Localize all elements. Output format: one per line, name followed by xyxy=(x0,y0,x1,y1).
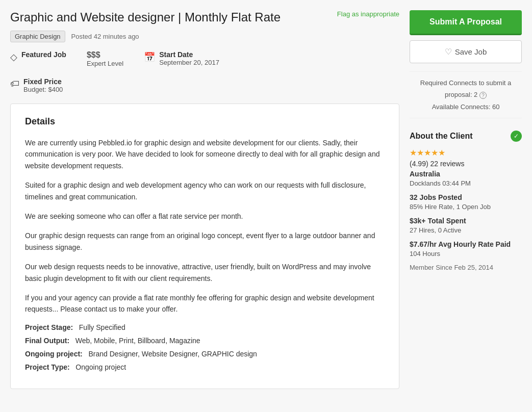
calendar-icon: 📅 xyxy=(144,52,155,63)
project-info: Project Stage: Fully Specified Final Out… xyxy=(25,323,385,371)
jobs-posted-row: 32 Jobs Posted 85% Hire Rate, 1 Open Job xyxy=(410,193,522,211)
start-date-item: 📅 Start Date September 20, 2017 xyxy=(144,50,219,66)
submit-proposal-button[interactable]: Submit A Proposal xyxy=(410,10,522,35)
budget-value: Budget: $400 xyxy=(23,86,63,93)
final-output-row: Final Output: Web, Mobile, Print, Billbo… xyxy=(25,337,385,345)
star-rating: ★★★★★ xyxy=(410,148,522,158)
fixed-price-row: 🏷 Fixed Price Budget: $400 xyxy=(10,78,399,93)
client-location-row: Australia Docklands 03:44 PM xyxy=(410,170,522,187)
project-type-label: Project Type: xyxy=(25,363,70,371)
ongoing-project-value: Brand Designer, Website Designer, GRAPHI… xyxy=(88,350,257,358)
reviews-count: 22 xyxy=(430,160,438,168)
member-since: Member Since Feb 25, 2014 xyxy=(410,264,522,271)
project-type-row: Project Type: Ongoing project xyxy=(25,363,385,371)
fixed-price-label: Fixed Price xyxy=(23,78,63,86)
flag-link[interactable]: Flag as inappropriate xyxy=(337,10,399,18)
desc-para-4: Our graphic design requests can range fr… xyxy=(25,230,385,253)
category-tag[interactable]: Graphic Design xyxy=(10,31,65,42)
desc-para-1: We are currently using Pebbled.io for gr… xyxy=(25,137,385,171)
connects-number: proposal: 2 xyxy=(445,91,477,98)
tag-icon: 🏷 xyxy=(10,79,19,89)
about-client-header: About the Client ✓ xyxy=(410,131,522,142)
about-client-section: About the Client ✓ ★★★★★ (4.99) 22 revie… xyxy=(410,126,522,271)
featured-job-label: Featured Job xyxy=(21,50,66,59)
ongoing-project-row: Ongoing project: Brand Designer, Website… xyxy=(25,350,385,358)
job-details-row: ◇ Featured Job $$$ Expert Level 📅 Start … xyxy=(10,50,399,67)
price-level-item: $$$ Expert Level xyxy=(87,50,123,67)
project-type-value: Ongoing project xyxy=(75,363,126,371)
jobs-posted-label: 32 Jobs Posted xyxy=(410,193,522,201)
connects-box: Required Connects to submit a proposal: … xyxy=(410,71,522,118)
avg-rate-label: $7.67/hr Avg Hourly Rate Paid xyxy=(410,240,522,248)
job-title: Graphic and Website designer | Monthly F… xyxy=(10,10,327,24)
details-box: Details We are currently using Pebbled.i… xyxy=(10,104,399,389)
hours: 104 Hours xyxy=(410,250,440,258)
heart-icon: ♡ xyxy=(445,47,452,57)
desc-para-3: We are seeking someone who can offer a f… xyxy=(25,211,385,222)
ongoing-project-label: Ongoing project: xyxy=(25,350,83,358)
diamond-icon: ◇ xyxy=(10,52,17,63)
start-date-label: Start Date xyxy=(159,50,219,59)
verified-icon: ✓ xyxy=(511,131,522,142)
desc-para-2: Suited for a graphic design and web deve… xyxy=(25,179,385,202)
project-stage-label: Project Stage: xyxy=(25,323,73,331)
meta-row: Graphic Design Posted 42 minutes ago xyxy=(10,31,399,42)
total-spent-label: $3k+ Total Spent xyxy=(410,217,522,225)
project-stage-row: Project Stage: Fully Specified xyxy=(25,323,385,331)
job-description: We are currently using Pebbled.io for gr… xyxy=(25,137,385,315)
project-stage-value: Fully Specified xyxy=(79,323,125,331)
sidebar: Submit A Proposal ♡ Save Job Required Co… xyxy=(410,10,522,271)
desc-para-5: Our web design requests needs to be inno… xyxy=(25,261,385,284)
desc-para-6: If you and your agency can provide a fla… xyxy=(25,292,385,315)
about-client-title: About the Client xyxy=(410,132,473,141)
hire-rate: 85% Hire Rate, 1 Open Job xyxy=(410,203,491,211)
reviews-label: reviews xyxy=(440,160,464,168)
save-btn-label: Save Job xyxy=(455,47,487,56)
total-spent-row: $3k+ Total Spent 27 Hires, 0 Active xyxy=(410,217,522,234)
question-icon[interactable]: ? xyxy=(479,92,487,99)
start-date-value: September 20, 2017 xyxy=(159,59,219,66)
experience-level: Expert Level xyxy=(87,60,123,67)
avg-rate-row: $7.67/hr Avg Hourly Rate Paid 104 Hours xyxy=(410,240,522,258)
rating-text: (4.99) 22 reviews xyxy=(410,160,522,168)
client-country: Australia xyxy=(410,170,522,178)
connects-available: Available Connects: 60 xyxy=(410,101,522,113)
featured-job-item: ◇ Featured Job xyxy=(10,50,66,63)
final-output-value: Web, Mobile, Print, Billboard, Magazine xyxy=(75,337,200,345)
rating-value: 4.99 xyxy=(412,160,426,168)
final-output-label: Final Output: xyxy=(25,337,69,345)
hires-active: 27 Hires, 0 Active xyxy=(410,226,461,234)
posted-time: Posted 42 minutes ago xyxy=(71,33,139,40)
job-header: Graphic and Website designer | Monthly F… xyxy=(10,10,399,24)
fixed-price-item: 🏷 Fixed Price Budget: $400 xyxy=(10,78,63,93)
details-title: Details xyxy=(25,116,385,127)
price-level-dollars: $$$ xyxy=(87,50,123,60)
client-location: Docklands 03:44 PM xyxy=(410,179,471,187)
save-job-button[interactable]: ♡ Save Job xyxy=(410,40,522,63)
connects-required-text: Required Connects to submit a proposal: … xyxy=(410,77,522,101)
